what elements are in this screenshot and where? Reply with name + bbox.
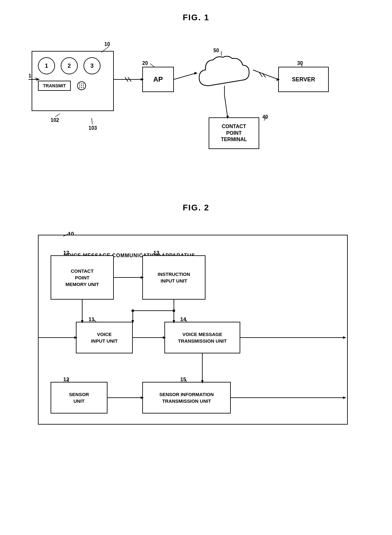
svg-line-33 [55,114,60,117]
contact-point-memory-unit: CONTACTPOINTMEMORY UNIT [51,255,114,300]
svg-point-5 [83,85,84,86]
svg-point-1 [81,84,82,84]
ref-103: 103 [89,125,97,131]
cloud-shape [196,54,253,95]
transmit-button[interactable]: TRANSMIT [38,81,71,91]
svg-point-4 [81,85,82,86]
ref-40: 40 [262,114,268,120]
transmit-area: TRANSMIT [32,78,113,94]
ref-30: 30 [297,60,303,66]
speaker-icon [77,81,86,90]
device-buttons: 1 2 3 [32,52,113,78]
svg-line-26 [262,73,266,78]
voice-input-unit: VOICEINPUT UNIT [76,322,133,353]
contact-point-memory-label: CONTACTPOINTMEMORY UNIT [65,268,99,288]
device-box: 1 2 3 TRANSMIT [32,51,114,111]
svg-point-8 [83,87,84,88]
button-3[interactable]: 3 [83,57,101,74]
page: FIG. 1 101 10 20 50 30 40 102 103 1 2 3 … [0,0,392,535]
server-box: SERVER [278,67,329,92]
ref-10: 10 [104,41,110,47]
voice-message-transmission-label: VOICE MESSAGETRANSMISSION UNIT [178,331,227,344]
instruction-input-label: INSTRUCTIONINPUT UNIT [158,271,190,284]
svg-line-24 [128,77,131,82]
ap-box: AP [142,67,174,92]
svg-point-0 [79,84,80,84]
fig1-diagram: 101 10 20 50 30 40 102 103 1 2 3 TRANSMI… [19,32,373,184]
svg-point-7 [81,87,82,88]
sensor-information-transmission-unit: SENSOR INFORMATIONTRANSMISSION UNIT [142,382,231,414]
button-2[interactable]: 2 [61,57,78,74]
sensor-unit: SENSORUNIT [51,382,107,414]
contact-terminal-box: CONTACTPOINTTERMINAL [209,117,259,149]
sensor-information-transmission-label: SENSOR INFORMATIONTRANSMISSION UNIT [159,391,214,404]
svg-point-3 [79,85,80,86]
svg-point-2 [83,84,84,84]
sensor-label: SENSORUNIT [69,391,89,404]
contact-terminal-label: CONTACTPOINTTERMINAL [221,123,247,143]
voice-message-transmission-unit: VOICE MESSAGETRANSMISSION UNIT [164,322,240,353]
fig1-title: FIG. 1 [19,13,373,22]
instruction-input-unit: INSTRUCTIONINPUT UNIT [142,255,205,300]
svg-line-17 [174,73,196,79]
svg-line-19 [253,70,278,79]
svg-line-25 [259,72,262,77]
ref-50: 50 [213,48,219,53]
fig2-title: FIG. 2 [19,203,373,213]
svg-line-34 [92,118,92,124]
voice-input-label: VOICEINPUT UNIT [91,331,118,344]
svg-line-21 [224,95,228,117]
ref-20: 20 [142,60,148,66]
ref-102: 102 [51,117,59,123]
button-1[interactable]: 1 [38,57,55,74]
svg-line-23 [125,77,128,82]
fig2-diagram: 10 VOICE MESSAGE COMMUNICATION APPARATUS… [19,222,373,437]
svg-point-6 [79,87,80,88]
